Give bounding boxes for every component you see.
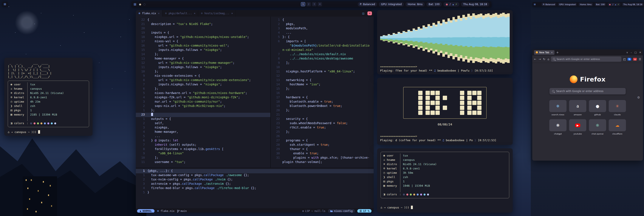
launcher-button-right[interactable]: ⊞ bbox=[534, 3, 536, 6]
tab-close-icon[interactable]: × bbox=[158, 12, 160, 15]
workspace-4[interactable]: 4 bbox=[318, 2, 322, 6]
shortcut-search.nixos[interactable]: ❄search.nixos bbox=[549, 100, 566, 116]
tab-close-button[interactable]: × bbox=[551, 51, 553, 54]
editor-pane-flake[interactable]: 22{21 description = "tux's NixOS Flake";… bbox=[136, 17, 271, 168]
percent-value: 17 % bbox=[363, 209, 369, 212]
forward-icon[interactable]: → bbox=[538, 58, 541, 61]
newtab-settings-gear-icon[interactable]: ⚙ bbox=[637, 96, 640, 99]
firefox-window[interactable]: New Tab × + ∨ –□✕ ←→↻⌂ Search with Googl… bbox=[532, 49, 643, 161]
viz-bar bbox=[402, 31, 405, 46]
firefox-tab-newtab[interactable]: New Tab × bbox=[534, 50, 554, 55]
window-close-button[interactable]: ✕ bbox=[368, 12, 372, 15]
music-visualizer-window[interactable]: =====================> Playing: ffee for… bbox=[377, 10, 513, 74]
shortcut-card: a bbox=[569, 100, 586, 112]
shortcut-card: ✳ bbox=[609, 100, 626, 112]
editor-pane-pkgs[interactable]: 1{pkgs, ...}: {1 tux-awesome-wm-config =… bbox=[136, 168, 374, 208]
clock-window[interactable]: 08/08/24 =====================> Playing:… bbox=[377, 78, 513, 145]
maximize-button[interactable]: □ bbox=[634, 51, 636, 54]
tab-favicon bbox=[536, 51, 538, 54]
line-number: 16 bbox=[271, 91, 282, 96]
newtab-search-input[interactable]: Search with Google or enter address bbox=[550, 88, 626, 94]
tag-active[interactable]: ◉ bbox=[139, 3, 141, 6]
power-icon[interactable]: ⚡ bbox=[618, 3, 619, 6]
code-line: 16 url = "github:nix-community/nixos-wsl… bbox=[136, 44, 270, 48]
network-icon[interactable]: ▴ bbox=[452, 3, 454, 6]
shortcut-card: ❄ bbox=[549, 100, 566, 112]
new-tab-button[interactable]: + bbox=[556, 51, 559, 54]
music-icon[interactable]: ♪ bbox=[450, 3, 451, 6]
viz-bar bbox=[467, 14, 470, 63]
youtube-icon: ▶ bbox=[575, 124, 580, 127]
url-bar[interactable]: Search with Google or enter address bbox=[551, 57, 622, 62]
launcher-button-left[interactable]: ⊞ bbox=[2, 2, 8, 7]
code-line: 11 inputs.nixpkgs.follows = "nixpkgs"; bbox=[136, 65, 270, 70]
code-line: 10 ]; bbox=[136, 156, 270, 160]
neovim-window[interactable]: ❄ flake.nix × ❄ pkgs/default... × ❄ host… bbox=[136, 10, 374, 212]
back-icon[interactable]: ← bbox=[534, 58, 536, 61]
extensions-puzzle-icon[interactable]: ◰ bbox=[623, 58, 626, 61]
bitwarden-icon[interactable]: b bbox=[628, 58, 631, 61]
code-line: 20 }; bbox=[271, 108, 374, 113]
line-number bbox=[271, 48, 282, 52]
tab-close-icon[interactable]: × bbox=[232, 12, 233, 15]
tab-pkgs-default[interactable]: ❄ pkgs/default... × bbox=[162, 10, 198, 17]
ping-module: Home: 6ms bbox=[578, 3, 593, 6]
code-line: 28 ssh.startAgent = true; bbox=[271, 143, 374, 147]
fetch-terminal-window-left[interactable]: _ _ _ ___ ____| \ | (_)_ __/ _ \/ ___|| … bbox=[4, 58, 92, 136]
workspace-3[interactable]: 3 bbox=[312, 2, 316, 6]
launcher-button[interactable]: ⊞ bbox=[134, 2, 136, 6]
ublock-icon[interactable]: u bbox=[633, 58, 637, 61]
music-icon[interactable]: ♪ bbox=[612, 3, 614, 6]
tab-hosts-iso[interactable]: ❄ hosts/isoImag... × bbox=[198, 10, 236, 17]
code-line: 1{ bbox=[271, 18, 374, 22]
buffer-pick-button[interactable]: ◫ bbox=[361, 12, 366, 15]
tag-inactive[interactable]: ○ bbox=[143, 3, 146, 6]
shortcut-claude[interactable]: ✳claude bbox=[609, 100, 626, 116]
tab-title: New Tab bbox=[539, 51, 549, 54]
shortcut-card: ▶ bbox=[569, 119, 586, 131]
tab-close-icon[interactable]: × bbox=[194, 12, 196, 15]
list-tabs-chevron[interactable]: ∨ bbox=[626, 51, 628, 54]
shell-prompt[interactable]: ⌂ → canopus ~ ))) bbox=[8, 130, 89, 134]
shortcut-youtube[interactable]: ▶youtube bbox=[569, 119, 586, 135]
shortcut-label: chatgpt bbox=[554, 133, 562, 135]
shell-prompt[interactable]: ⌂ → canopus ~ ))) bbox=[380, 206, 509, 209]
line-number: 20 bbox=[271, 108, 282, 113]
fetch-terminal-window[interactable]: ◉usertux⌂hnamecanopus❄distroNixOS 24.11 … bbox=[377, 148, 513, 212]
home-icon[interactable]: ⌂ bbox=[548, 58, 549, 61]
workspace-2[interactable]: 2 bbox=[306, 2, 311, 6]
workspace-1[interactable]: 1 bbox=[301, 2, 305, 6]
record-icon[interactable]: ◉ bbox=[609, 3, 611, 6]
top-bar-main: ⊞ ◉ ○ 1 2 3 4 P: Balanced GPU: Integrate… bbox=[132, 1, 492, 7]
color-dot bbox=[44, 122, 46, 124]
menu-icon[interactable]: ☰ bbox=[638, 58, 641, 61]
code-line: 1 tux-awesome-wm-config = pkgs.callPacka… bbox=[136, 173, 374, 178]
close-button[interactable]: ✕ bbox=[639, 51, 641, 54]
shortcut-cloudflare[interactable]: ☁cloudflare bbox=[609, 119, 626, 135]
fetch-row-distro: ❄distroNixOS 24.11 (Vicuna) bbox=[382, 162, 507, 166]
shortcut-amazon[interactable]: aamazon bbox=[569, 100, 586, 116]
code-line: 19 inputs = { bbox=[136, 31, 270, 35]
workspace-switcher: 1 2 3 4 bbox=[301, 2, 322, 6]
power-icon[interactable]: ⚡ bbox=[455, 3, 457, 6]
reload-icon[interactable]: ↻ bbox=[543, 58, 546, 61]
shortcut-chatgpt[interactable]: ❋chatgpt bbox=[549, 119, 566, 135]
record-icon[interactable]: ◉ bbox=[446, 3, 448, 6]
shortcut-github[interactable]: ●github bbox=[589, 100, 606, 116]
file-name: flake.nix bbox=[160, 209, 174, 212]
shortcut-label: github bbox=[594, 113, 601, 116]
shortcut-chat.openai[interactable]: ❋chat.openai bbox=[589, 119, 606, 135]
line-number: 2 bbox=[136, 104, 148, 108]
viz-bar bbox=[460, 18, 462, 58]
color-dot bbox=[417, 193, 419, 195]
viz-bar bbox=[470, 16, 472, 60]
extension-icons: ◰bu☰ bbox=[623, 58, 641, 61]
viz-bar bbox=[395, 34, 398, 43]
tab-flake-nix[interactable]: ❄ flake.nix × bbox=[136, 10, 162, 17]
line-number: 12 bbox=[271, 74, 282, 78]
network-icon[interactable]: ▴ bbox=[615, 3, 616, 6]
line-number: 1 bbox=[136, 117, 148, 121]
editor-pane-iso[interactable]: 1{2 pkgs,3 modulesPath,4 ...5}: {6 impor… bbox=[271, 17, 374, 168]
minimize-button[interactable]: – bbox=[631, 51, 632, 54]
viz-bar bbox=[500, 14, 502, 63]
